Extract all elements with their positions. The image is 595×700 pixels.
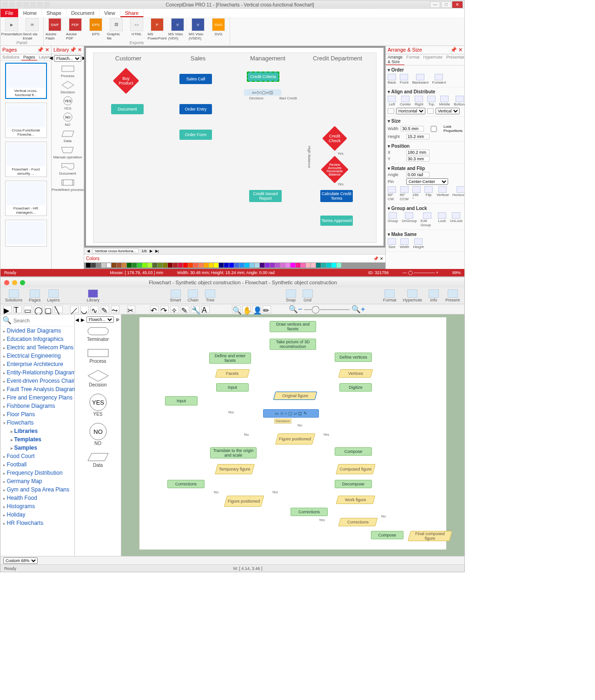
curve-tool[interactable]: ∿ xyxy=(91,306,99,313)
tree-item[interactable]: Health Food xyxy=(0,494,74,502)
order-front-button[interactable]: Front xyxy=(400,74,409,85)
shape-no[interactable]: NONO xyxy=(61,112,75,127)
minimize-button[interactable] xyxy=(12,280,17,285)
data-node[interactable]: Work figure xyxy=(336,496,376,504)
process-shape[interactable]: Order Form xyxy=(179,130,212,140)
process-node[interactable]: Digitize xyxy=(339,383,372,392)
pin-icon[interactable]: 📌 ✕ xyxy=(70,47,82,53)
tree-templates[interactable]: Templates xyxy=(8,435,74,444)
zoom-out-icon[interactable]: 🔍− xyxy=(289,305,302,314)
tree-item[interactable]: Fishbone Diagrams xyxy=(0,402,74,410)
document-shape[interactable]: Credit Issued Report xyxy=(249,190,282,202)
shape-process[interactable]: Process xyxy=(61,64,75,78)
process-node[interactable]: Corrections xyxy=(167,480,205,488)
tree-item[interactable]: HR Flowcharts xyxy=(0,519,74,527)
export-flash-button[interactable]: SWFAdobe Flash xyxy=(46,18,64,40)
align-middle-button[interactable]: Middle xyxy=(439,96,450,106)
tb-snap[interactable]: Snap xyxy=(286,289,296,302)
line2-tool[interactable]: ／ xyxy=(70,306,79,313)
align-top-button[interactable]: Top xyxy=(427,96,436,106)
export-pdf-button[interactable]: PDFAdobe PDF xyxy=(66,18,85,40)
toolbar-popup[interactable]: ▭◇○▢▱◫ xyxy=(244,89,281,96)
zoom-in-icon[interactable]: 🔍+ xyxy=(351,305,365,314)
text-tool[interactable]: T xyxy=(13,306,22,313)
order-forward-button[interactable]: Forward xyxy=(432,74,446,85)
tab-share[interactable]: Share xyxy=(120,9,144,17)
rp-tab-presentation[interactable]: Presentation xyxy=(444,54,464,65)
pages-tab[interactable]: Pages xyxy=(21,54,37,60)
lock-proportions-checkbox[interactable] xyxy=(426,126,442,132)
shape-predefined[interactable]: Predefined process xyxy=(52,177,84,192)
export-html-button[interactable]: <>HTML xyxy=(127,18,146,40)
tb-solutions[interactable]: Solutions xyxy=(5,289,22,302)
shape-manual-op[interactable]: Manual operation xyxy=(53,145,82,159)
arc-tool[interactable]: ◡ xyxy=(80,306,89,313)
data-node[interactable]: Facets xyxy=(215,369,250,378)
shape-process[interactable]: Process xyxy=(87,347,109,364)
tree-item[interactable]: Fire and Emergency Plans xyxy=(0,393,74,402)
drawing-page[interactable]: Draw vertices and facets Take picture of… xyxy=(139,317,446,550)
process-node[interactable]: Translate to the origin and scale xyxy=(210,447,257,458)
tree-item-flowcharts[interactable]: Flowcharts xyxy=(0,419,74,427)
tree-item[interactable]: Gym and Spa Area Plans xyxy=(0,485,74,494)
presentation-button[interactable]: ▶Presentation xyxy=(2,18,21,40)
ungroup-button[interactable]: UnGroup xyxy=(402,212,416,227)
selected-shape[interactable]: Credit Criteria xyxy=(247,72,279,82)
undo-button[interactable]: ↶ xyxy=(150,306,159,313)
tb-pages[interactable]: Pages xyxy=(29,289,41,302)
canvas-area[interactable]: Draw vertices and facets Take picture of… xyxy=(121,314,464,556)
process-shape[interactable]: Calculate Credit Terms xyxy=(320,190,353,202)
pointer-tool[interactable]: ▶ xyxy=(3,306,12,313)
tree-item[interactable]: Food Court xyxy=(0,452,74,460)
color-swatches[interactable] xyxy=(84,262,385,269)
flip-v-button[interactable]: Vertical xyxy=(436,186,449,201)
tree-item[interactable]: Education Infographics xyxy=(0,335,74,343)
tool-popup[interactable]: ▭ ◇ ○ ▢ ▱ ◫ ✎ xyxy=(263,409,319,418)
tb-info[interactable]: Info xyxy=(429,289,439,302)
process-node[interactable]: Take picture of 3D reconstruction xyxy=(270,339,316,350)
tree-item[interactable]: Germany Map xyxy=(0,477,74,485)
tab-document[interactable]: Document xyxy=(66,9,99,17)
solutions-tab[interactable]: Solutions xyxy=(0,54,21,60)
library-select[interactable]: Flowch... xyxy=(54,55,81,62)
shape-data[interactable]: Data xyxy=(87,451,109,468)
send-email-button[interactable]: ✉Send via Email xyxy=(23,18,41,40)
decision-shape[interactable]: Review Accounts Receivable Balance xyxy=(321,156,348,183)
distribute-h-select[interactable]: Horizontal xyxy=(396,108,425,114)
page-thumb[interactable]: Cross-Functional Flowcha... xyxy=(5,103,47,138)
process-shape[interactable]: Terms Approved xyxy=(320,216,353,226)
tree-libraries[interactable]: Libraries xyxy=(8,427,74,435)
decision-shape[interactable]: Credit Check xyxy=(322,126,347,151)
hand-tool[interactable]: ✋ xyxy=(242,306,251,313)
export-eps-button[interactable]: EPSEPS xyxy=(86,18,105,40)
tb-library[interactable]: Library xyxy=(87,289,100,302)
prev-icon[interactable]: ◀ xyxy=(49,55,53,62)
tree-item[interactable]: Football xyxy=(0,460,74,469)
quick-access-toolbar[interactable] xyxy=(2,2,50,7)
redo-button[interactable]: ↷ xyxy=(160,306,169,313)
tree-samples[interactable]: Samples xyxy=(8,444,74,452)
process-node[interactable]: Input xyxy=(165,396,198,406)
tb-present[interactable]: Present xyxy=(445,289,460,302)
tb-tree[interactable]: Tree xyxy=(205,289,215,302)
edit-group-button[interactable]: Edit Group xyxy=(421,212,434,227)
rotate-ccw-button[interactable]: 90° CCW xyxy=(400,186,409,201)
rect-tool[interactable]: ▭ xyxy=(24,306,32,313)
line-tool[interactable]: ╲ xyxy=(54,306,63,313)
shape-data[interactable]: Data xyxy=(61,129,75,143)
distribute-v-select[interactable]: Vertical xyxy=(436,108,460,114)
width-input[interactable] xyxy=(401,126,424,131)
align-left-button[interactable]: Left xyxy=(388,96,396,106)
zoom-select[interactable]: Custom 68% xyxy=(3,557,38,564)
page-thumb[interactable]: Flowchart - Food security ... xyxy=(5,142,47,177)
close-button[interactable] xyxy=(4,280,9,285)
document-shape[interactable]: Document xyxy=(111,104,144,114)
data-node[interactable]: Vertices xyxy=(338,369,373,378)
group-button[interactable]: Group xyxy=(388,212,398,227)
search-input[interactable] xyxy=(12,318,75,323)
drawing-page[interactable]: Customer Sales Management Credit Departm… xyxy=(93,52,377,243)
tb-smart[interactable]: Smart xyxy=(170,289,181,302)
process-shape[interactable]: Sales Call xyxy=(179,74,212,84)
tb-grid[interactable]: Grid xyxy=(303,289,313,302)
tab-file[interactable]: File xyxy=(0,9,19,17)
